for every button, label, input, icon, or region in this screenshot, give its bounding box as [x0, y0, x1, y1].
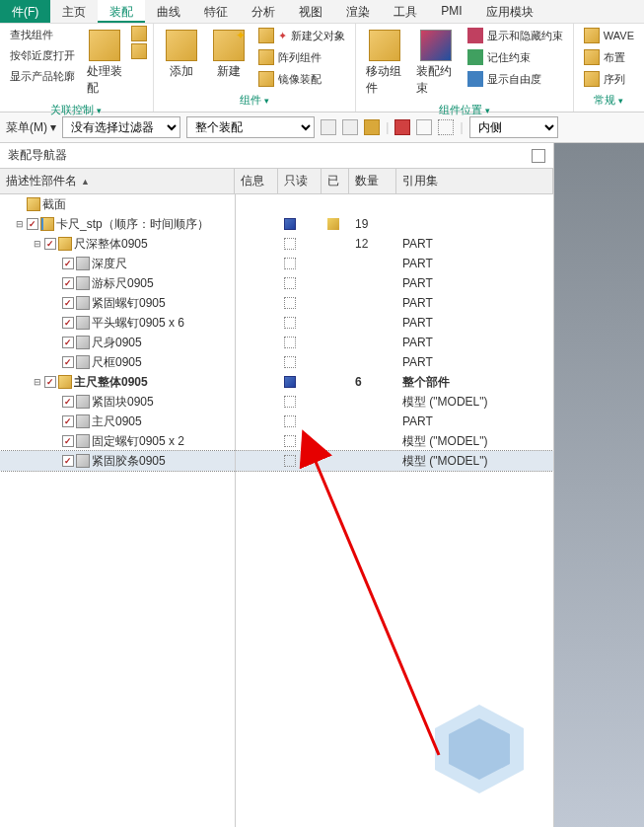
checkbox[interactable] — [62, 435, 74, 447]
tree-row[interactable]: 游标尺0905PART — [0, 273, 553, 293]
layout-icon — [584, 49, 600, 65]
show-hide-constraints[interactable]: 显示和隐藏约束 — [464, 26, 567, 45]
node-label: 尺身0905 — [92, 335, 142, 351]
assembly-navigator: 装配导航器 描述性部件名 ▲ 信息 只读 已 数量 引用集 截面⊟卡尺_stp（… — [0, 143, 554, 827]
col-header-readonly[interactable]: 只读 — [278, 169, 322, 193]
ribbon-tab-4[interactable]: 分析 — [240, 0, 287, 23]
filter-select-3[interactable]: 内侧 — [469, 116, 558, 138]
menu-button[interactable]: 菜单(M) ▾ — [6, 119, 56, 136]
checkbox[interactable] — [62, 455, 74, 467]
checkbox[interactable] — [62, 415, 74, 427]
checkbox[interactable] — [62, 277, 74, 289]
move-component[interactable]: 移动组件 — [362, 26, 409, 101]
tree-row[interactable]: 紧固胶条0905模型 ("MODEL") — [0, 451, 553, 471]
mirror-assembly[interactable]: 镜像装配 — [254, 69, 349, 89]
col-header-info[interactable]: 信息 — [235, 169, 278, 193]
ribbon-tab-2[interactable]: 曲线 — [145, 0, 192, 23]
tool-icon-6[interactable] — [438, 119, 454, 135]
assembly-constraint[interactable]: 装配约束 — [412, 26, 460, 101]
checkbox[interactable] — [44, 376, 56, 388]
filter-select-1[interactable]: 没有选择过滤器 — [62, 116, 180, 138]
tree-row[interactable]: 紧固块0905模型 ("MODEL") — [0, 392, 553, 412]
tool-icon-5[interactable] — [416, 119, 432, 135]
ribbon-tab-9[interactable]: 应用模块 — [474, 0, 545, 23]
quantity-cell — [349, 333, 396, 352]
expander-icon — [49, 416, 60, 427]
show-outline[interactable]: 显示产品轮廓 — [6, 67, 79, 86]
checkbox[interactable] — [62, 297, 74, 309]
expander-icon — [49, 259, 60, 269]
filter-select-2[interactable]: 整个装配 — [186, 116, 315, 138]
tree-row[interactable]: ⊟尺深整体090512PART — [0, 234, 553, 254]
ribbon-tab-0[interactable]: 主页 — [50, 0, 98, 23]
ribbon-tab-5[interactable]: 视图 — [287, 0, 334, 23]
tree-row[interactable]: 截面 — [0, 194, 553, 214]
comp-icon — [76, 454, 90, 468]
layout[interactable]: 布置 — [580, 47, 638, 67]
constraint-icon — [420, 30, 452, 61]
checkbox[interactable] — [62, 258, 74, 269]
checkbox[interactable] — [27, 218, 38, 230]
file-tab[interactable]: 件(F) — [0, 0, 50, 23]
node-label: 主尺0905 — [92, 414, 142, 430]
tree-row[interactable]: 固定螺钉0905 x 2模型 ("MODEL") — [0, 431, 553, 451]
tree-row[interactable]: 深度尺PART — [0, 254, 553, 273]
ribbon-group-position: 移动组件 装配约束 显示和隐藏约束 记住约束 显示自由度 组件位置 ▾ — [356, 24, 574, 112]
tool-icon-1[interactable] — [321, 119, 336, 135]
tree-row[interactable]: ⊟主尺整体09056整个部件 — [0, 372, 553, 392]
new-component[interactable]: ✦ 新建 — [207, 26, 250, 84]
expander-icon[interactable]: ⊟ — [32, 239, 42, 250]
sequence[interactable]: 序列 — [580, 69, 638, 89]
expander-icon — [49, 338, 60, 348]
ribbon-tab-3[interactable]: 特征 — [192, 0, 240, 23]
find-components[interactable]: 查找组件 — [6, 26, 79, 44]
checkbox[interactable] — [62, 337, 74, 348]
process-assembly[interactable]: 处理装配 — [83, 26, 127, 101]
remember-constraints[interactable]: 记住约束 — [464, 47, 567, 67]
checkbox[interactable] — [62, 356, 74, 368]
tree-row[interactable]: ⊟卡尺_stp（顺序：时间顺序）19 — [0, 214, 553, 234]
refset-cell: 模型 ("MODEL") — [396, 392, 553, 412]
new-parent[interactable]: ✦新建父对象 — [254, 26, 349, 45]
add-icon — [166, 30, 197, 61]
col-header-quantity[interactable]: 数量 — [349, 169, 396, 193]
tree-row[interactable]: 尺身0905PART — [0, 333, 553, 352]
ribbon-tab-6[interactable]: 渲染 — [334, 0, 382, 23]
checkbox[interactable] — [62, 396, 74, 408]
tree-row[interactable]: 尺框0905PART — [0, 352, 553, 372]
tool-icon-2[interactable] — [342, 119, 358, 135]
pattern-component[interactable]: 阵列组件 — [254, 47, 349, 67]
open-by-proximity[interactable]: 按邻近度打开 — [6, 46, 79, 65]
tree-row[interactable]: 主尺0905PART — [0, 412, 553, 431]
sort-asc-icon: ▲ — [81, 177, 90, 187]
tree-body[interactable]: 截面⊟卡尺_stp（顺序：时间顺序）19⊟尺深整体090512PART深度尺PA… — [0, 194, 553, 827]
navigator-options-icon[interactable] — [532, 149, 545, 163]
wave[interactable]: WAVE — [580, 26, 638, 45]
show-dof[interactable]: 显示自由度 — [464, 69, 567, 89]
quantity-cell — [349, 392, 396, 412]
small-icon-1[interactable] — [131, 26, 147, 41]
tool-icon-3[interactable] — [364, 119, 380, 135]
ribbon-tab-8[interactable]: PMI — [429, 0, 473, 23]
ribbon: 查找组件 按邻近度打开 显示产品轮廓 处理装配 关联控制 ▾ 添加 ✦ 新 — [0, 24, 644, 113]
tree-row[interactable]: 平头螺钉0905 x 6PART — [0, 313, 553, 333]
ribbon-tab-7[interactable]: 工具 — [382, 0, 429, 23]
tree-row[interactable]: 紧固螺钉0905PART — [0, 293, 553, 313]
refset-cell: 整个部件 — [396, 372, 553, 392]
checkbox[interactable] — [62, 317, 74, 329]
comp-icon — [76, 257, 90, 270]
expander-icon[interactable]: ⊟ — [32, 377, 42, 388]
expander-icon[interactable]: ⊟ — [14, 219, 25, 230]
checkbox[interactable] — [44, 238, 56, 250]
comp-icon — [76, 336, 90, 349]
ribbon-tab-1[interactable]: 装配 — [98, 0, 145, 23]
ribbon-tabs: 件(F) 主页装配曲线特征分析视图渲染工具PMI应用模块 — [0, 0, 644, 24]
col-header-name[interactable]: 描述性部件名 ▲ — [0, 169, 235, 193]
col-header-refset[interactable]: 引用集 — [396, 169, 553, 193]
graphics-viewport[interactable] — [554, 143, 644, 827]
add-component[interactable]: 添加 — [160, 26, 203, 84]
small-icon-2[interactable] — [131, 43, 147, 59]
readonly-box-icon — [284, 317, 296, 329]
tool-icon-4[interactable] — [394, 119, 410, 135]
col-header-modified[interactable]: 已 — [322, 169, 349, 193]
